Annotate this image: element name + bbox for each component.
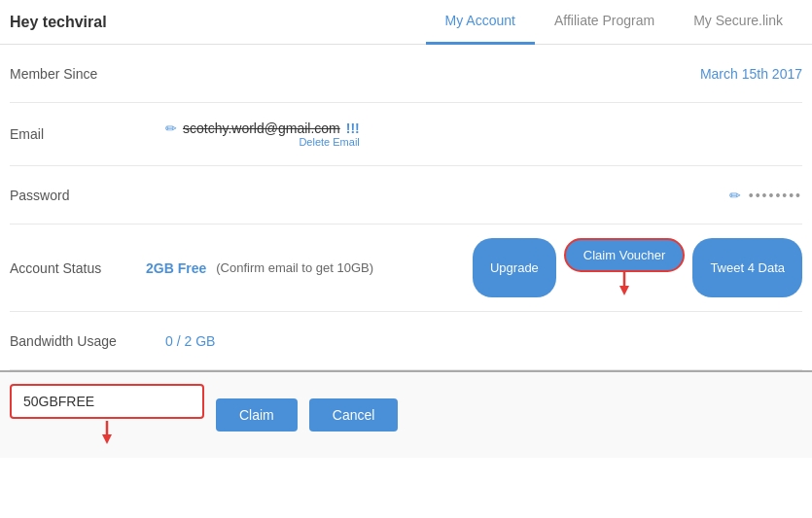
account-status-row: Account Status 2GB Free (Confirm email t… — [10, 224, 802, 312]
upgrade-button[interactable]: Upgrade — [473, 238, 556, 297]
password-label: Password — [10, 188, 165, 203]
claim-voucher-arrow — [615, 270, 634, 297]
voucher-code-input[interactable] — [10, 384, 204, 419]
email-label: Email — [10, 126, 165, 142]
header: Hey techviral My Account Affiliate Progr… — [0, 0, 812, 45]
main-content: Member Since March 15th 2017 Email ✏ sco… — [0, 45, 812, 370]
claim-voucher-wrapper: Claim Voucher — [564, 238, 686, 297]
main-nav: My Account Affiliate Program My Secure.l… — [426, 0, 802, 45]
nav-affiliate-program[interactable]: Affiliate Program — [535, 0, 674, 45]
member-since-label: Member Since — [10, 66, 165, 82]
account-status-label: Account Status — [10, 260, 136, 276]
email-inner: ✏ scotchy.world@gmail.com !!! — [165, 121, 360, 136]
claim-button[interactable]: Claim — [216, 398, 298, 432]
nav-my-account[interactable]: My Account — [426, 0, 535, 45]
email-exclaim: !!! — [346, 121, 360, 136]
delete-email-link[interactable]: Delete Email — [299, 136, 359, 148]
password-row: Password ✏ •••••••• — [10, 166, 802, 224]
confirm-email-text: (Confirm email to get 10GB) — [216, 260, 373, 275]
password-masked: •••••••• — [749, 188, 802, 203]
voucher-section: Claim Cancel — [0, 370, 812, 458]
nav-my-secure-link[interactable]: My Secure.link — [674, 0, 802, 45]
bandwidth-row: Bandwidth Usage 0 / 2 GB — [10, 312, 802, 370]
email-edit-icon[interactable]: ✏ — [165, 121, 177, 136]
member-since-row: Member Since March 15th 2017 — [10, 45, 802, 103]
cancel-button[interactable]: Cancel — [309, 398, 399, 432]
email-row: Email ✏ scotchy.world@gmail.com !!! Dele… — [10, 103, 802, 166]
password-edit-icon[interactable]: ✏ — [729, 188, 741, 203]
voucher-input-arrow — [97, 419, 117, 446]
site-logo: Hey techviral — [10, 14, 426, 31]
svg-marker-1 — [619, 286, 629, 295]
bandwidth-value: 0 / 2 GB — [165, 333, 215, 349]
claim-voucher-button[interactable]: Claim Voucher — [564, 238, 686, 272]
free-badge: 2GB Free — [146, 260, 206, 276]
email-right-section: ✏ scotchy.world@gmail.com !!! Delete Ema… — [165, 121, 360, 148]
tweet-4-data-button[interactable]: Tweet 4 Data — [692, 238, 802, 297]
voucher-input-wrapper — [10, 384, 204, 446]
bandwidth-label: Bandwidth Usage — [10, 333, 165, 349]
member-since-value: March 15th 2017 — [165, 66, 802, 82]
status-actions: Upgrade Claim Voucher Tweet 4 Data — [473, 238, 802, 297]
svg-marker-3 — [102, 434, 112, 444]
email-value: scotchy.world@gmail.com — [183, 121, 340, 136]
